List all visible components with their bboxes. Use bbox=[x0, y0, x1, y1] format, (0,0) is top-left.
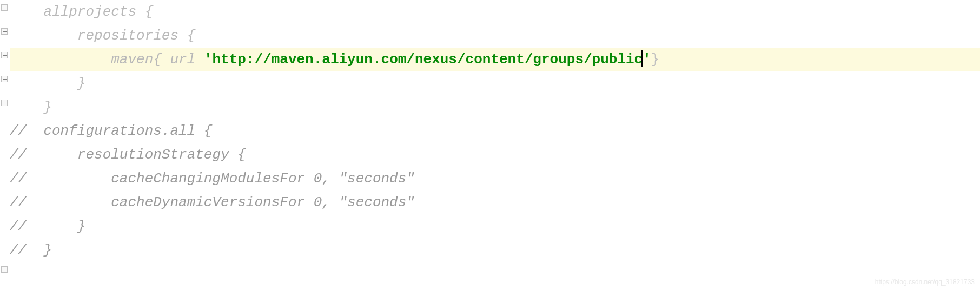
code-line-9[interactable]: // } bbox=[10, 214, 980, 238]
maven-url-string: 'http://maven.aliyun.com/nexus/content/g… bbox=[204, 51, 651, 68]
code-line-4[interactable]: } bbox=[10, 95, 980, 119]
code-line-1[interactable]: repositories { bbox=[10, 24, 980, 48]
code-editor[interactable]: allprojects { repositories { maven{ url … bbox=[0, 0, 980, 262]
text-caret bbox=[641, 50, 643, 67]
fold-toggle-icon[interactable] bbox=[1, 52, 8, 58]
fold-toggle-icon[interactable] bbox=[1, 76, 8, 82]
code-line-10[interactable]: // } bbox=[10, 238, 980, 262]
code-line-7[interactable]: // cacheChangingModulesFor 0, "seconds" bbox=[10, 167, 980, 191]
fold-toggle-icon[interactable] bbox=[1, 100, 8, 106]
code-line-6[interactable]: // resolutionStrategy { bbox=[10, 143, 980, 167]
watermark-text: https://blog.csdn.net/qq_31821733 bbox=[875, 278, 975, 286]
code-line-5[interactable]: // configurations.all { bbox=[10, 119, 980, 143]
code-line-8[interactable]: // cacheDynamicVersionsFor 0, "seconds" bbox=[10, 191, 980, 214]
fold-toggle-icon[interactable] bbox=[1, 4, 8, 11]
fold-toggle-icon[interactable] bbox=[1, 266, 8, 273]
fold-gutter bbox=[0, 0, 9, 262]
fold-toggle-icon[interactable] bbox=[1, 28, 8, 35]
code-line-0[interactable]: allprojects { bbox=[10, 0, 980, 24]
code-line-2[interactable]: maven{ url 'http://maven.aliyun.com/nexu… bbox=[10, 48, 980, 71]
code-line-3[interactable]: } bbox=[10, 71, 980, 95]
